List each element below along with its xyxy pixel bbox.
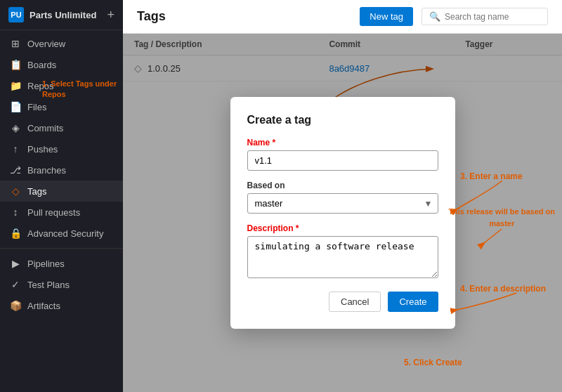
sidebar: PU Parts Unlimited + ⊞ Overview 📋 Boards… [0, 0, 123, 392]
sidebar-item-commits[interactable]: ◈ Commits [0, 117, 123, 138]
name-label: Name * [247, 138, 438, 148]
modal-title: Create a tag [247, 114, 438, 126]
sidebar-nav: ⊞ Overview 📋 Boards 📁 Repos 1. Select Ta… [0, 30, 123, 392]
description-textarea[interactable]: simulating a software release [247, 236, 438, 278]
files-icon: 📄 [10, 101, 21, 112]
sidebar-item-artifacts[interactable]: 📦 Artifacts [0, 295, 123, 316]
boards-icon: 📋 [10, 59, 21, 70]
test-plans-icon: ✓ [10, 279, 21, 290]
sidebar-item-label: Files [27, 102, 46, 112]
page-title: Tags [137, 9, 351, 24]
cancel-button[interactable]: Cancel [329, 292, 381, 312]
sidebar-item-label: Artifacts [27, 301, 60, 311]
tags-icon: ◇ [10, 185, 21, 197]
sidebar-item-label: Branches [27, 165, 66, 176]
sidebar-item-label: Repos [27, 81, 54, 91]
search-input[interactable] [445, 12, 536, 22]
sidebar-item-label: Boards [27, 60, 56, 70]
commits-icon: ◈ [10, 122, 21, 133]
pushes-icon: ↑ [10, 143, 21, 155]
advanced-security-icon: 🔒 [10, 228, 21, 239]
sidebar-item-pipelines[interactable]: ▶ Pipelines [0, 253, 123, 274]
pipelines-icon: ▶ [10, 258, 21, 269]
based-on-select-wrapper: master ▼ [247, 193, 438, 214]
sidebar-item-repos[interactable]: 📁 Repos 1. Select Tags underRepos [0, 75, 123, 96]
repos-icon: 📁 [10, 80, 21, 91]
description-label: Description * [247, 223, 438, 233]
modal-actions: Cancel Create [247, 292, 438, 312]
sidebar-item-label: Pull requests [27, 207, 80, 218]
sidebar-item-boards[interactable]: 📋 Boards [0, 54, 123, 75]
new-tag-button[interactable]: New tag [360, 7, 413, 26]
sidebar-item-label: Test Plans [27, 280, 70, 290]
name-input[interactable] [247, 150, 438, 171]
sidebar-item-pull-requests[interactable]: ↕ Pull requests [0, 202, 123, 223]
svg-text:3. Enter a name: 3. Enter a name [460, 171, 523, 181]
sidebar-item-label: Pipelines [27, 259, 65, 269]
main-content: Tags New tag 🔍 Tag / Description Commit … [123, 0, 562, 392]
add-org-icon[interactable]: + [107, 8, 115, 22]
overview-icon: ⊞ [10, 38, 21, 49]
sidebar-item-label: Pushes [27, 144, 58, 155]
description-form-group: Description * simulating a software rele… [247, 223, 438, 280]
topbar: Tags New tag 🔍 [123, 0, 562, 34]
sidebar-item-label: Advanced Security [27, 228, 103, 239]
based-on-label: Based on [247, 181, 438, 190]
org-name: Parts Unlimited [30, 10, 96, 20]
based-on-form-group: Based on master ▼ [247, 181, 438, 214]
svg-text:4. Enter a description: 4. Enter a description [460, 284, 546, 294]
name-form-group: Name * [247, 138, 438, 171]
artifacts-icon: 📦 [10, 300, 21, 311]
search-icon: 🔍 [429, 11, 440, 22]
sidebar-item-test-plans[interactable]: ✓ Test Plans [0, 274, 123, 295]
search-box: 🔍 [422, 8, 548, 25]
sidebar-item-files[interactable]: 📄 Files [0, 96, 123, 117]
sidebar-item-label: Overview [27, 39, 65, 49]
sidebar-item-tags[interactable]: ◇ Tags [0, 181, 123, 202]
create-button[interactable]: Create [388, 292, 438, 312]
sidebar-item-pushes[interactable]: ↑ Pushes [0, 138, 123, 159]
sidebar-item-label: Commits [27, 123, 63, 133]
sidebar-item-branches[interactable]: ⎇ Branches [0, 159, 123, 181]
create-tag-modal: Create a tag Name * Based on master [230, 97, 455, 329]
annotation-step5: 5. Click Create [404, 357, 462, 367]
modal-backdrop: Create a tag Name * Based on master [123, 34, 562, 392]
annotation-step3: 3. Enter a name [460, 171, 562, 215]
sidebar-item-overview[interactable]: ⊞ Overview [0, 33, 123, 54]
content-area: Tag / Description Commit Tagger ◇ 1.0.0.… [123, 34, 562, 392]
pull-requests-icon: ↕ [10, 207, 21, 218]
sidebar-header: PU Parts Unlimited + [0, 0, 123, 30]
org-logo: PU [8, 7, 24, 22]
annotation-step4: 4. Enter a description [460, 283, 562, 320]
sidebar-item-label: Tags [27, 186, 46, 197]
sidebar-item-advanced-security[interactable]: 🔒 Advanced Security [0, 223, 123, 244]
branches-icon: ⎇ [10, 164, 21, 176]
based-on-select[interactable]: master [247, 193, 438, 214]
